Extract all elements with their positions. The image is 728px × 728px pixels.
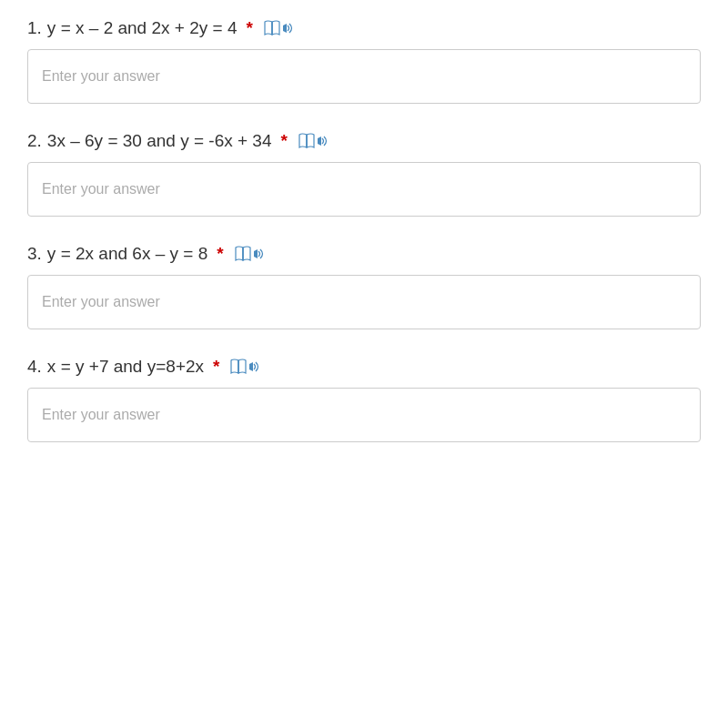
required-asterisk-2: * [281,131,288,151]
question-label-2: 2. 3x – 6y = 30 and y = -6x + 34 * [27,131,701,151]
question-block-3: 3. y = 2x and 6x – y = 8 * [27,244,701,329]
question-block-2: 2. 3x – 6y = 30 and y = -6x + 34 * [27,131,701,217]
answer-input-1[interactable] [27,49,701,104]
answer-input-3[interactable] [27,275,701,329]
question-equation-3: y = 2x and 6x – y = 8 [47,244,207,264]
question-label-1: 1. y = x – 2 and 2x + 2y = 4 * [27,18,701,38]
svg-marker-1 [283,24,287,33]
accessibility-icon[interactable] [235,245,269,263]
question-equation-1: y = x – 2 and 2x + 2y = 4 [47,18,238,38]
question-label-3: 3. y = 2x and 6x – y = 8 * [27,244,701,264]
required-asterisk-3: * [217,244,223,264]
accessibility-icon[interactable] [298,132,333,150]
required-asterisk-1: * [246,18,252,38]
question-block-4: 4. x = y +7 and y=8+2x * [27,357,701,442]
required-asterisk-4: * [213,357,219,377]
accessibility-icon[interactable] [264,19,298,37]
question-number-3: 3. [27,244,42,264]
question-number-2: 2. [27,131,42,151]
question-block-1: 1. y = x – 2 and 2x + 2y = 4 * [27,18,701,104]
question-label-4: 4. x = y +7 and y=8+2x * [27,357,701,377]
answer-input-2[interactable] [27,162,701,217]
question-equation-4: x = y +7 and y=8+2x [47,357,204,377]
svg-marker-7 [249,362,253,371]
accessibility-icon[interactable] [230,358,265,376]
question-number-1: 1. [27,18,42,38]
question-number-4: 4. [27,357,42,377]
question-equation-2: 3x – 6y = 30 and y = -6x + 34 [47,131,272,151]
svg-marker-3 [318,136,321,146]
svg-marker-5 [254,249,258,258]
answer-input-4[interactable] [27,388,701,442]
